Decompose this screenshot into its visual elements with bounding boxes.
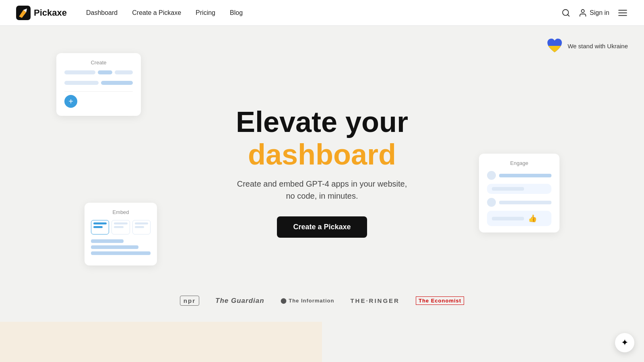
svg-point-3: [581, 9, 584, 12]
search-icon: [561, 8, 570, 17]
svg-rect-7: [547, 46, 562, 52]
bottom-right: [322, 322, 644, 362]
create-card: Create +: [56, 53, 141, 116]
create-card-label: Create: [64, 60, 133, 66]
embed-card-label: Embed: [91, 209, 151, 215]
hero-sub-line2: no code, in minutes.: [286, 191, 358, 200]
nav-pricing[interactable]: Pricing: [196, 9, 215, 16]
logos-bar: npr The Guardian ⬤ The Information THE·R…: [0, 296, 644, 306]
chat-widget-button[interactable]: ✦: [615, 333, 634, 352]
sign-in-button[interactable]: Sign in: [578, 8, 609, 17]
hamburger-icon: [617, 8, 628, 18]
logo-npr: npr: [180, 296, 199, 306]
nav-right: Sign in: [561, 8, 628, 18]
search-button[interactable]: [561, 8, 570, 17]
nav-links: Dashboard Create a Pickaxe Pricing Blog: [86, 9, 561, 16]
engage-card-label: Engage: [487, 160, 551, 166]
logo-ringer: THE·RINGER: [350, 297, 400, 304]
hero-subtitle: Create and embed GPT-4 apps in your webs…: [236, 178, 408, 202]
logo[interactable]: Pickaxe: [16, 6, 67, 20]
logo-text: Pickaxe: [34, 8, 67, 18]
embed-tab-2[interactable]: [111, 220, 130, 234]
engage-row-2: 👍: [487, 198, 551, 226]
embed-tab-3[interactable]: [132, 220, 151, 234]
bottom-teaser: [0, 322, 644, 362]
embed-tab-1[interactable]: [91, 220, 109, 234]
embed-sk-3: [91, 251, 151, 255]
svg-line-2: [568, 14, 569, 16]
logo-economist: The Economist: [416, 296, 464, 305]
engage-bubble-line-2: [492, 217, 524, 220]
bottom-left: [0, 322, 322, 362]
sparkle-icon: ✦: [621, 337, 628, 348]
main-hero: We stand with Ukraine Create + Embed: [0, 26, 644, 322]
engage-card: Engage 👍: [479, 154, 559, 232]
engage-bubble: [487, 184, 551, 194]
engage-row-1: [487, 171, 551, 180]
ukraine-badge: We stand with Ukraine: [546, 37, 628, 55]
embed-card: Embed: [85, 203, 157, 265]
hero-section: Elevate your dashboard Create and embed …: [236, 106, 408, 238]
hero-title-line2: dashboard: [236, 138, 408, 171]
sign-in-label: Sign in: [590, 9, 609, 16]
user-icon: [578, 8, 587, 17]
nav-dashboard[interactable]: Dashboard: [86, 9, 118, 16]
ukraine-heart-icon: [546, 37, 564, 55]
hero-title-line1: Elevate your: [236, 106, 408, 138]
logo-information: ⬤ The Information: [281, 298, 334, 304]
create-add-button[interactable]: +: [64, 95, 77, 108]
embed-tabs: [91, 220, 151, 234]
hero-sub-line1: Create and embed GPT-4 apps in your webs…: [237, 179, 407, 188]
cta-button[interactable]: Create a Pickaxe: [277, 216, 367, 238]
ukraine-text: We stand with Ukraine: [568, 43, 628, 49]
navbar: Pickaxe Dashboard Create a Pickaxe Prici…: [0, 0, 644, 26]
engage-avatar-2: [487, 198, 496, 207]
nav-blog[interactable]: Blog: [230, 9, 243, 16]
pickaxe-logo-icon: [16, 6, 31, 20]
engage-avatar-1: [487, 171, 496, 180]
embed-sk-2: [91, 245, 138, 249]
logo-guardian: The Guardian: [215, 297, 264, 305]
nav-create-pickaxe[interactable]: Create a Pickaxe: [132, 9, 181, 16]
menu-button[interactable]: [617, 8, 628, 18]
thumbs-up-icon: 👍: [528, 214, 537, 223]
embed-sk-1: [91, 239, 124, 243]
